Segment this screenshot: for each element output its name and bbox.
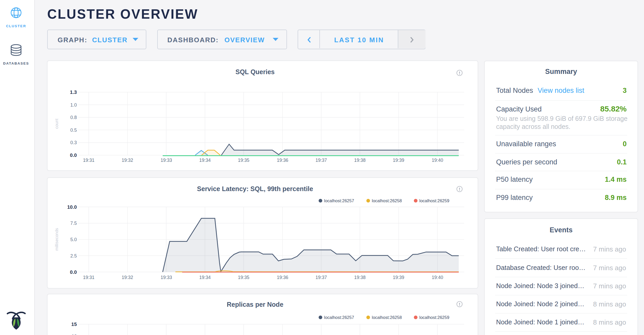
svg-text:19:40: 19:40 [432,275,443,280]
svg-text:0.5: 0.5 [70,128,77,133]
svg-text:19:35: 19:35 [238,158,249,163]
svg-text:19:31: 19:31 [83,158,94,163]
svg-text:count: count [54,118,59,129]
svg-text:!: ! [459,302,460,307]
svg-text:19:39: 19:39 [393,275,404,280]
svg-text:localhost:26257: localhost:26257 [324,315,354,320]
svg-text:localhost:26258: localhost:26258 [372,198,402,203]
svg-text:19:38: 19:38 [354,158,366,163]
svg-text:milliseconds: milliseconds [54,228,59,250]
svg-text:localhost:26258: localhost:26258 [372,315,402,320]
svg-text:7.5: 7.5 [70,221,77,226]
svg-text:19:37: 19:37 [316,158,327,163]
svg-text:2.5: 2.5 [70,253,77,259]
svg-text:19:33: 19:33 [161,275,172,280]
svg-text:!: ! [459,187,460,192]
svg-text:0.0: 0.0 [70,152,77,158]
svg-text:0.0: 0.0 [70,269,77,275]
svg-text:localhost:26259: localhost:26259 [419,198,449,203]
svg-text:15: 15 [71,322,77,327]
svg-text:19:34: 19:34 [199,275,211,280]
svg-text:1.3: 1.3 [70,89,77,95]
svg-text:19:32: 19:32 [122,275,133,280]
svg-text:19:32: 19:32 [122,158,133,163]
svg-text:localhost:26259: localhost:26259 [419,315,449,320]
svg-text:19:31: 19:31 [83,275,94,280]
svg-text:19:36: 19:36 [277,275,288,280]
svg-text:localhost:26257: localhost:26257 [324,198,354,203]
svg-text:1.0: 1.0 [70,102,77,108]
svg-text:10.0: 10.0 [67,204,77,210]
svg-text:0.8: 0.8 [70,115,77,120]
svg-text:19:34: 19:34 [199,158,211,163]
svg-text:19:40: 19:40 [432,158,443,163]
svg-text:19:37: 19:37 [316,275,327,280]
svg-text:19:35: 19:35 [238,275,249,280]
svg-text:!: ! [459,71,460,76]
svg-text:5.0: 5.0 [70,237,77,242]
svg-text:19:38: 19:38 [354,275,366,280]
svg-text:10: 10 [72,334,77,335]
svg-text:19:39: 19:39 [393,158,404,163]
svg-text:19:36: 19:36 [277,158,288,163]
svg-text:19:33: 19:33 [161,158,172,163]
svg-text:0.3: 0.3 [70,140,77,145]
